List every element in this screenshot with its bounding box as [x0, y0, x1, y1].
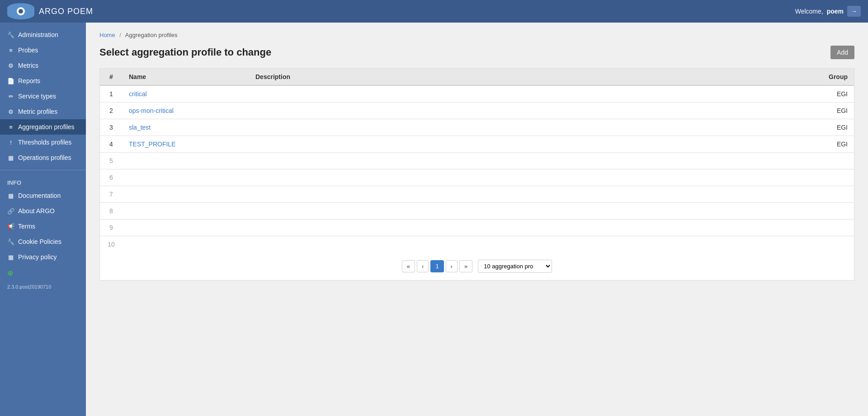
logo	[7, 3, 34, 19]
header-left: ARGO POEM	[7, 3, 93, 19]
breadcrumb: Home / Aggregation profiles	[99, 32, 854, 38]
main-content: Home / Aggregation profiles Select aggre…	[86, 23, 868, 416]
cell-num: 2	[100, 103, 123, 119]
table-row: 10	[100, 236, 854, 253]
cell-description	[249, 85, 800, 103]
profile-link[interactable]: sla_test	[129, 124, 151, 131]
report-icon: 📄	[7, 78, 14, 84]
exclamation-icon: !	[7, 139, 14, 146]
sidebar-item-service-types[interactable]: ✏ Service types	[0, 89, 86, 104]
terms-icon: 📢	[7, 223, 14, 230]
cell-name	[123, 236, 249, 253]
pagination-last[interactable]: »	[459, 260, 472, 272]
cell-group	[800, 236, 854, 253]
breadcrumb-home[interactable]: Home	[99, 32, 115, 38]
username: poem	[827, 8, 844, 15]
cell-name: TEST_PROFILE	[123, 136, 249, 153]
table-row: 9	[100, 220, 854, 236]
col-name: Name	[123, 69, 249, 85]
app-title: ARGO POEM	[39, 7, 93, 16]
sidebar-item-documentation[interactable]: ▦ Documentation	[0, 188, 86, 203]
header-right: Welcome, poem →	[795, 6, 861, 17]
cell-description	[249, 236, 800, 253]
sidebar-item-thresholds-profiles[interactable]: ! Thresholds profiles	[0, 135, 86, 150]
sidebar-label-probes: Probes	[18, 47, 38, 54]
table-row: 7	[100, 186, 854, 203]
cell-name: critical	[123, 85, 249, 103]
sidebar-item-metrics[interactable]: ⚙ Metrics	[0, 58, 86, 73]
sidebar-label-thresholds-profiles: Thresholds profiles	[18, 139, 71, 146]
bars-icon: ≡	[7, 124, 14, 131]
sidebar-item-privacy-policy[interactable]: ▦ Privacy policy	[0, 249, 86, 265]
app-name: ARGO	[39, 7, 65, 16]
list-icon: ≡	[7, 47, 14, 54]
version-icon: ⊕	[7, 269, 13, 277]
wrench-icon: 🔧	[7, 32, 14, 38]
cell-group	[800, 169, 854, 186]
profile-link[interactable]: TEST_PROFILE	[129, 140, 175, 148]
col-num: #	[100, 69, 123, 85]
cookie-icon: 🔧	[7, 238, 14, 245]
app-subtitle: POEM	[65, 7, 93, 16]
table-row: 5	[100, 153, 854, 169]
table-container: # Name Description Group 1criticalEGI2op…	[99, 68, 854, 280]
logout-button[interactable]: →	[847, 6, 861, 17]
sidebar-item-administration[interactable]: 🔧 Administration	[0, 27, 86, 42]
sidebar-item-aggregation-profiles[interactable]: ≡ Aggregation profiles	[0, 119, 86, 135]
cell-description	[249, 119, 800, 136]
table-header-row: # Name Description Group	[100, 69, 854, 85]
privacy-icon: ▦	[7, 254, 14, 261]
cell-num: 4	[100, 136, 123, 153]
sidebar-item-metric-profiles[interactable]: ⚙ Metric profiles	[0, 104, 86, 119]
gear-icon: ⚙	[7, 62, 14, 69]
sidebar-label-metric-profiles: Metric profiles	[18, 108, 57, 115]
profile-link[interactable]: ops-mon-critical	[129, 107, 174, 114]
sidebar-label-about-argo: About ARGO	[18, 207, 55, 215]
sidebar-item-cookie-policies[interactable]: 🔧 Cookie Policies	[0, 234, 86, 249]
sidebar-label-administration: Administration	[18, 31, 58, 38]
cell-description	[249, 153, 800, 169]
table-row: 6	[100, 169, 854, 186]
cell-num: 3	[100, 119, 123, 136]
cell-name	[123, 186, 249, 203]
sidebar-version-row: ⊕	[0, 265, 86, 281]
cell-description	[249, 103, 800, 119]
cell-group: EGI	[800, 136, 854, 153]
pagination-row: « ‹ 1 › » 10 aggregation pro	[100, 252, 854, 280]
aggregation-profiles-table: # Name Description Group 1criticalEGI2op…	[100, 69, 854, 252]
cell-num: 5	[100, 153, 123, 169]
sidebar-version: 2.3.0.post20190710	[0, 281, 86, 292]
add-button[interactable]: Add	[830, 46, 854, 59]
pagination-next[interactable]: ›	[446, 260, 458, 272]
gear2-icon: ⚙	[7, 108, 14, 115]
welcome-text: Welcome,	[795, 8, 823, 15]
cell-group	[800, 186, 854, 203]
info-section-label: INFO	[0, 175, 86, 188]
sidebar-item-reports[interactable]: 📄 Reports	[0, 73, 86, 89]
sidebar-label-privacy-policy: Privacy policy	[18, 253, 57, 261]
layout: 🔧 Administration ≡ Probes ⚙ Metrics 📄 Re…	[0, 23, 868, 416]
sidebar-label-cookie-policies: Cookie Policies	[18, 238, 61, 245]
pagination-first[interactable]: «	[402, 260, 415, 272]
sidebar-item-operations-profiles[interactable]: ▦ Operations profiles	[0, 150, 86, 165]
sidebar-divider	[0, 170, 86, 170]
sidebar-item-probes[interactable]: ≡ Probes	[0, 42, 86, 58]
doc-icon: ▦	[7, 192, 14, 199]
breadcrumb-current: Aggregation profiles	[125, 32, 178, 38]
per-page-select[interactable]: 10 aggregation pro	[478, 260, 552, 273]
header: ARGO POEM Welcome, poem →	[0, 0, 868, 23]
cell-group: EGI	[800, 103, 854, 119]
col-description: Description	[249, 69, 800, 85]
cell-group: EGI	[800, 85, 854, 103]
cell-num: 6	[100, 169, 123, 186]
page-title: Select aggregation profile to change	[99, 47, 271, 58]
breadcrumb-separator: /	[119, 32, 121, 38]
sidebar-item-about-argo[interactable]: 🔗 About ARGO	[0, 203, 86, 219]
table-row: 8	[100, 203, 854, 220]
pagination-prev[interactable]: ‹	[417, 260, 429, 272]
pagination-current[interactable]: 1	[430, 260, 443, 272]
profile-link[interactable]: critical	[129, 90, 147, 98]
cell-name	[123, 203, 249, 220]
sidebar-item-terms[interactable]: 📢 Terms	[0, 219, 86, 234]
cell-description	[249, 136, 800, 153]
